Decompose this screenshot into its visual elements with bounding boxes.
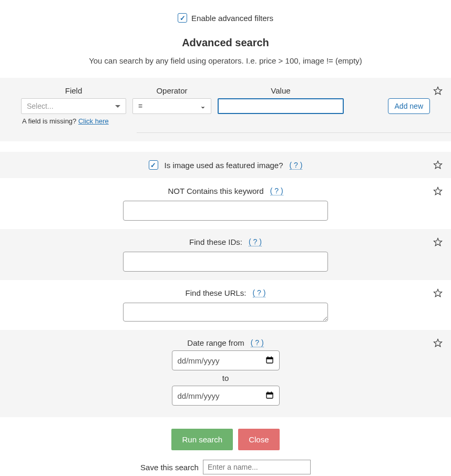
featured-image-help[interactable]: ( ? ) [290,161,303,170]
svg-marker-3 [434,239,442,246]
svg-marker-2 [434,188,442,195]
find-urls-input[interactable] [123,303,328,322]
page-title: Advanced search [0,37,451,49]
favorite-star-icon[interactable] [433,237,443,247]
featured-image-label: Is image used as featured image? [165,161,283,170]
favorite-star-icon[interactable] [433,288,443,298]
value-input[interactable] [218,98,344,114]
date-range-from-label: Date range from [187,338,244,347]
date-to-input[interactable]: dd/mm/yyyy [172,386,280,406]
date-to-label: to [0,374,451,382]
page-subtitle: You can search by any field using operat… [0,56,451,65]
date-from-placeholder: dd/mm/yyyy [178,356,220,365]
svg-marker-4 [434,289,442,297]
svg-rect-11 [266,392,273,394]
field-missing-text: A field is missing? Click here [21,117,126,125]
featured-image-checkbox[interactable] [149,160,158,170]
svg-marker-0 [434,87,442,95]
add-new-button[interactable]: Add new [388,98,430,114]
date-from-input[interactable]: dd/mm/yyyy [172,350,280,370]
find-ids-input[interactable] [123,252,328,272]
favorite-star-icon[interactable] [433,160,443,170]
date-range-help[interactable]: ( ? ) [251,338,264,347]
not-contains-input[interactable] [123,201,328,221]
find-ids-help[interactable]: ( ? ) [249,237,262,246]
not-contains-label: NOT Contains this keyword [168,187,263,195]
svg-marker-5 [434,339,442,347]
favorite-star-icon[interactable] [433,187,443,196]
chevron-down-icon [115,105,120,108]
field-column-label: Field [65,86,83,95]
run-search-button[interactable]: Run search [171,429,233,450]
svg-rect-7 [266,357,273,359]
enable-advanced-filters-label: Enable advanced filters [191,14,273,23]
not-contains-help[interactable]: ( ? ) [270,187,283,195]
field-select[interactable]: Select... [21,98,126,114]
save-search-input[interactable] [203,460,311,474]
favorite-star-icon[interactable] [433,338,443,348]
calendar-icon [265,356,274,366]
divider [137,132,451,133]
find-ids-label: Find these IDs: [189,237,242,246]
value-column-label: Value [271,86,290,95]
operator-value: = [138,102,142,110]
field-select-placeholder: Select... [27,102,54,110]
operator-select[interactable]: = ⌄ [132,98,211,114]
date-to-placeholder: dd/mm/yyyy [178,391,220,400]
calendar-icon [265,391,274,401]
field-missing-link[interactable]: Click here [78,117,109,125]
chevron-down-icon: ⌄ [200,102,206,110]
favorite-star-icon[interactable] [433,86,443,96]
svg-marker-1 [434,161,442,169]
find-urls-help[interactable]: ( ? ) [253,288,266,297]
operator-column-label: Operator [156,86,187,95]
find-urls-label: Find these URLs: [186,288,247,297]
enable-advanced-filters-checkbox[interactable] [178,13,187,23]
save-search-label: Save this search [140,463,199,472]
close-button[interactable]: Close [238,429,279,450]
